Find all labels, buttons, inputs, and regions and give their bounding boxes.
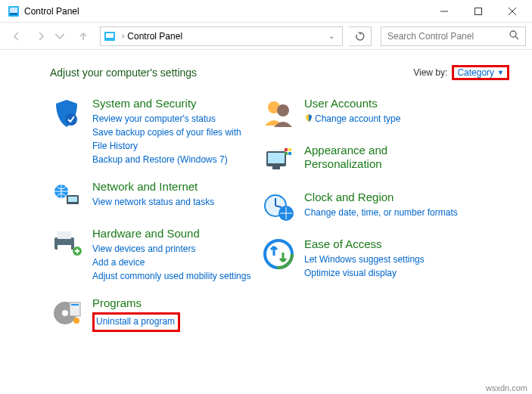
network-icon [50, 180, 83, 213]
svg-rect-24 [71, 304, 79, 306]
category-link[interactable]: Let Windows suggest settings [304, 253, 459, 266]
category-title[interactable]: Clock and Region [304, 191, 459, 204]
search-placeholder: Search Control Panel [387, 31, 509, 42]
svg-rect-29 [268, 153, 285, 163]
recent-locations-icon[interactable] [54, 31, 65, 42]
ease-of-access-icon [262, 237, 295, 271]
category-title[interactable]: System and Security [92, 97, 254, 110]
category-link[interactable]: View devices and printers [92, 242, 254, 256]
refresh-button[interactable] [349, 26, 372, 46]
appearance-icon [262, 144, 295, 177]
svg-rect-2 [10, 13, 17, 15]
category-title[interactable]: Programs [92, 296, 254, 310]
category-link-uninstall[interactable]: Uninstall a program [96, 315, 175, 328]
svg-rect-16 [58, 231, 71, 239]
back-button[interactable] [6, 26, 27, 47]
clock-icon [262, 191, 295, 224]
category-link[interactable]: Optimize visual display [304, 266, 459, 280]
category-link[interactable]: Change account type [304, 112, 459, 126]
svg-rect-4 [474, 8, 481, 14]
category-appearance: Appearance and Personalization [262, 144, 459, 177]
shield-icon [50, 97, 83, 130]
category-title[interactable]: User Accounts [304, 97, 459, 110]
navigation-bar: › Control Panel ⌄ Search Control Panel [0, 23, 532, 50]
svg-rect-17 [58, 245, 71, 254]
svg-rect-32 [288, 148, 291, 151]
highlighted-link: Uninstall a program [92, 312, 180, 332]
search-input[interactable]: Search Control Panel [381, 26, 526, 46]
search-icon [509, 29, 519, 42]
svg-point-25 [73, 318, 79, 324]
content-area: Adjust your computer's settings View by:… [0, 50, 532, 340]
svg-rect-30 [272, 166, 280, 169]
category-link[interactable]: View network status and tasks [92, 195, 254, 209]
viewby-dropdown[interactable]: Category ▼ [452, 65, 509, 80]
minimize-button[interactable] [427, 0, 461, 23]
category-clock: Clock and Region Change date, time, or n… [262, 191, 459, 224]
svg-rect-33 [285, 152, 288, 155]
category-title[interactable]: Hardware and Sound [92, 227, 254, 240]
control-panel-icon [8, 5, 20, 17]
window-titlebar: Control Panel [0, 0, 532, 23]
address-bar[interactable]: › Control Panel ⌄ [100, 26, 343, 46]
category-link[interactable]: Adjust commonly used mobility settings [92, 269, 254, 283]
svg-rect-20 [76, 249, 78, 253]
category-system-security: System and Security Review your computer… [50, 97, 254, 166]
category-hardware: Hardware and Sound View devices and prin… [50, 227, 254, 283]
breadcrumb-icon [104, 30, 117, 42]
maximize-button[interactable] [461, 0, 495, 23]
viewby-label: View by: [413, 67, 447, 78]
svg-point-27 [277, 104, 289, 116]
up-button[interactable] [73, 26, 94, 47]
breadcrumb-item[interactable]: Control Panel [127, 31, 182, 42]
svg-rect-34 [288, 152, 291, 155]
category-user-accounts: User Accounts Change account type [262, 97, 459, 130]
address-dropdown-icon[interactable]: ⌄ [324, 32, 339, 40]
watermark: wsxdn.com [486, 383, 527, 392]
users-icon [262, 97, 295, 130]
category-link[interactable]: Add a device [92, 256, 254, 269]
category-title[interactable]: Ease of Access [304, 237, 459, 251]
svg-rect-14 [68, 197, 77, 202]
category-link[interactable]: Review your computer's status [92, 112, 254, 126]
chevron-down-icon: ▼ [497, 69, 504, 76]
svg-point-22 [62, 310, 68, 316]
category-link[interactable]: Change date, time, or number formats [304, 206, 459, 219]
viewby-value: Category [457, 67, 494, 78]
category-link[interactable]: Backup and Restore (Windows 7) [92, 153, 254, 166]
category-title[interactable]: Appearance and Personalization [304, 144, 459, 171]
category-ease-of-access: Ease of Access Let Windows suggest setti… [262, 237, 459, 280]
svg-rect-1 [10, 8, 17, 13]
svg-rect-8 [106, 33, 114, 38]
chevron-right-icon: › [122, 32, 124, 40]
svg-point-9 [510, 31, 516, 37]
category-network: Network and Internet View network status… [50, 180, 254, 213]
page-heading: Adjust your computer's settings [50, 67, 413, 79]
category-title[interactable]: Network and Internet [92, 180, 254, 194]
svg-rect-31 [285, 148, 288, 151]
printer-icon [50, 227, 83, 260]
programs-icon [50, 296, 83, 330]
close-button[interactable] [495, 0, 529, 23]
forward-button[interactable] [30, 26, 51, 47]
window-title: Control Panel [24, 6, 79, 17]
svg-line-10 [515, 36, 518, 39]
category-link[interactable]: Save backup copies of your files with Fi… [92, 126, 254, 153]
category-programs: Programs Uninstall a program [50, 296, 254, 332]
